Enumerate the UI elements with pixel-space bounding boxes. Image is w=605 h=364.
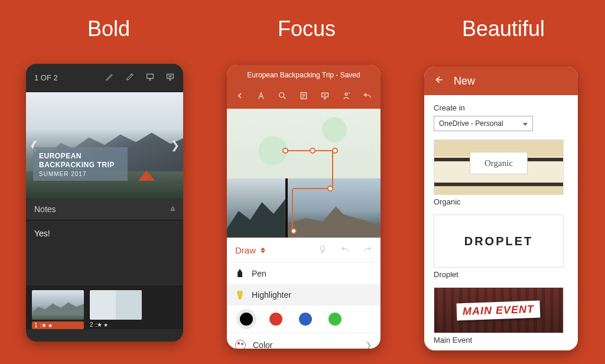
panel-name: Draw xyxy=(235,245,256,255)
template-organic[interactable]: Organic Organic xyxy=(434,139,568,206)
undo-icon[interactable] xyxy=(363,91,372,103)
present-icon[interactable] xyxy=(320,91,330,103)
photo-right xyxy=(288,178,380,238)
thumb-2-index: 2 xyxy=(90,321,93,328)
next-slide-button[interactable]: ❯ xyxy=(171,139,180,152)
collapse-notes-icon[interactable]: ▿ xyxy=(171,204,175,214)
route-node[interactable] xyxy=(310,148,315,154)
template-mainevent-preview-text: MAIN EVENT xyxy=(457,300,541,320)
create-in-label: Create in xyxy=(434,103,568,112)
hint-icon[interactable] xyxy=(318,245,327,256)
chevron-down-icon xyxy=(523,119,528,128)
heading-bold: Bold xyxy=(87,17,130,41)
presenter-toolbar xyxy=(105,72,175,83)
create-in-value: OneDrive - Personal xyxy=(439,119,503,128)
ink-style-icon[interactable] xyxy=(125,72,135,83)
template-droplet-caption: Droplet xyxy=(434,270,568,279)
template-organic-preview-text: Organic xyxy=(470,152,528,174)
route-node[interactable] xyxy=(282,148,288,154)
svg-rect-0 xyxy=(147,74,154,78)
menu-color-label: Color xyxy=(253,340,272,349)
template-organic-caption: Organic xyxy=(434,197,568,206)
tool-highlighter[interactable]: Highlighter xyxy=(227,284,380,306)
thumb-2-star-icon: :★ xyxy=(96,321,109,328)
phone-presenter-view: 1 OF 2 ❮ ❯ EUROPEAN BACKPACKING TRIP SUM… xyxy=(26,64,183,342)
swatch-blue[interactable] xyxy=(299,313,312,326)
notes-header[interactable]: Notes ▿ xyxy=(26,199,183,220)
slide-counter: 1 OF 2 xyxy=(34,73,58,82)
photo-left xyxy=(227,178,285,238)
slide-title: EUROPEAN BACKPACKING TRIP xyxy=(39,152,122,169)
document-title: European Backpacking Trip - Saved xyxy=(227,65,380,85)
editor-toolbar xyxy=(227,85,380,109)
panel-undo-icon[interactable] xyxy=(340,245,350,256)
route-node[interactable] xyxy=(332,148,338,154)
current-slide-preview[interactable]: ❮ ❯ EUROPEAN BACKPACKING TRIP SUMMER 201… xyxy=(26,92,183,199)
swatch-red[interactable] xyxy=(269,313,282,326)
blank-screen-icon[interactable] xyxy=(145,72,155,83)
menu-color[interactable]: Color ❯ xyxy=(227,333,380,349)
back-icon[interactable] xyxy=(235,91,245,103)
heading-focus: Focus xyxy=(278,17,336,41)
tool-highlighter-label: Highlighter xyxy=(252,290,291,300)
template-droplet[interactable]: DROPLET Droplet xyxy=(434,214,568,279)
updown-icon xyxy=(261,248,265,253)
pen-icon[interactable] xyxy=(105,72,115,83)
route-node[interactable] xyxy=(327,186,333,191)
swatch-black[interactable] xyxy=(240,313,253,326)
slide-subtitle: SUMMER 2017 xyxy=(39,171,122,177)
template-droplet-preview-text: DROPLET xyxy=(464,235,534,248)
notes-body[interactable]: Yes! xyxy=(26,220,183,285)
thumbnail-2[interactable]: 2:★ xyxy=(90,290,142,329)
route-node[interactable] xyxy=(291,228,297,234)
end-show-icon[interactable] xyxy=(165,72,175,83)
create-in-select[interactable]: OneDrive - Personal xyxy=(434,116,533,131)
search-icon[interactable] xyxy=(278,91,287,103)
share-icon[interactable] xyxy=(341,91,351,103)
presenter-topbar: 1 OF 2 xyxy=(26,64,183,92)
page-title: New xyxy=(454,75,475,87)
phone-editor-view: European Backpacking Trip - Saved xyxy=(227,65,380,349)
thumb-1-star-icon: :★ xyxy=(40,322,53,329)
pen-tool-icon xyxy=(235,269,245,278)
svg-point-2 xyxy=(279,93,284,98)
slide-title-overlay: EUROPEAN BACKPACKING TRIP SUMMER 2017 xyxy=(33,147,128,181)
thumb-1-index: 1 xyxy=(34,322,38,329)
reading-view-icon[interactable] xyxy=(299,91,308,103)
panel-selector[interactable]: Draw xyxy=(235,245,265,255)
slide-thumbnails: 1:★ 2:★ xyxy=(26,285,183,329)
thumbnail-1[interactable]: 1:★ xyxy=(32,290,84,329)
phone-new-view: New Create in OneDrive - Personal Organi… xyxy=(424,67,578,350)
panel-redo-icon[interactable] xyxy=(363,245,372,256)
tool-pen-label: Pen xyxy=(252,269,266,278)
swatch-green[interactable] xyxy=(328,313,341,326)
new-page-titlebar: New xyxy=(424,67,578,95)
back-icon[interactable] xyxy=(432,74,444,89)
svg-point-5 xyxy=(345,93,347,95)
map-image xyxy=(227,109,380,178)
slide-canvas[interactable] xyxy=(227,109,380,238)
heading-beautiful: Beautiful xyxy=(462,17,545,41)
template-mainevent-caption: Main Event xyxy=(434,336,568,344)
tool-pen[interactable]: Pen xyxy=(227,263,380,284)
template-mainevent[interactable]: MAIN EVENT Main Event xyxy=(434,287,568,344)
chevron-right-icon: ❯ xyxy=(365,340,372,349)
color-swatches xyxy=(227,306,380,333)
palette-icon xyxy=(235,340,246,349)
highlighter-tool-icon xyxy=(235,290,245,300)
text-format-icon[interactable] xyxy=(256,91,266,103)
draw-panel: Draw Pen Highlighter xyxy=(227,238,380,349)
notes-label: Notes xyxy=(34,204,56,214)
